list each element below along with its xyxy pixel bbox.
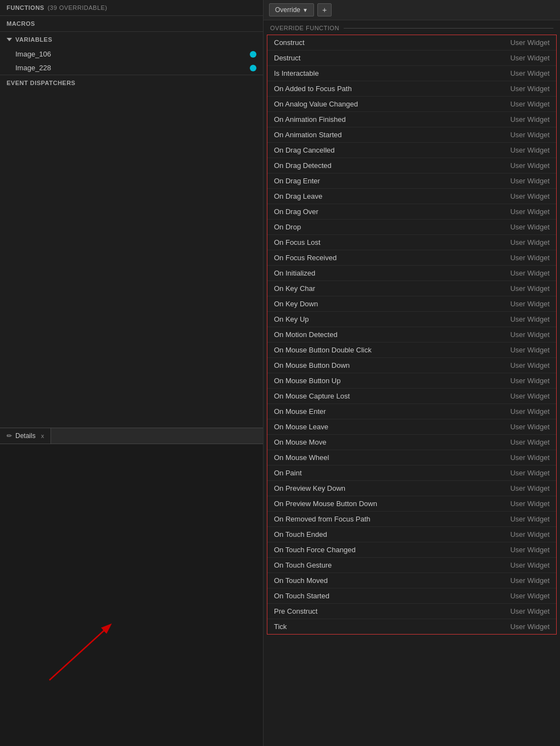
function-name: On Drag Enter <box>274 177 320 185</box>
function-name: On Initialized <box>274 269 315 277</box>
function-item[interactable]: DestructUser Widget <box>267 51 556 66</box>
svg-line-1 <box>49 625 110 680</box>
function-item[interactable]: On Mouse Capture LostUser Widget <box>267 389 556 404</box>
function-name: Pre Construct <box>274 607 317 615</box>
function-source: User Widget <box>510 392 550 400</box>
macros-section: MACROS <box>0 15 263 31</box>
function-name: On Touch Force Changed <box>274 546 356 554</box>
function-item[interactable]: On Drag OverUser Widget <box>267 204 556 220</box>
function-item[interactable]: On Mouse WheelUser Widget <box>267 450 556 465</box>
function-item[interactable]: On Motion DetectedUser Widget <box>267 327 556 343</box>
function-source: User Widget <box>510 484 550 492</box>
function-source: User Widget <box>510 115 550 124</box>
function-name: On Removed from Focus Path <box>274 515 371 523</box>
function-name: On Mouse Enter <box>274 407 326 416</box>
function-item[interactable]: On Touch MovedUser Widget <box>267 573 556 588</box>
function-item[interactable]: On Drag CancelledUser Widget <box>267 143 556 158</box>
variables-header[interactable]: VARIABLES <box>0 32 263 47</box>
function-item[interactable]: On Touch StartedUser Widget <box>267 588 556 604</box>
function-item[interactable]: On Analog Value ChangedUser Widget <box>267 97 556 112</box>
function-source: User Widget <box>510 453 550 462</box>
function-name: Construct <box>274 38 305 47</box>
override-button[interactable]: Override ▼ <box>269 3 314 16</box>
function-name: On Drag Cancelled <box>274 146 335 154</box>
function-name: On Preview Mouse Button Down <box>274 500 377 508</box>
function-name: On Key Up <box>274 315 309 323</box>
details-content <box>0 444 263 746</box>
functions-list[interactable]: ConstructUser WidgetDestructUser WidgetI… <box>267 35 557 635</box>
function-name: On Mouse Button Down <box>274 361 350 369</box>
variable-dot-image106 <box>250 51 256 58</box>
variable-item-image228[interactable]: Image_228 <box>0 61 263 75</box>
functions-section-header: FUNCTIONS (39 OVERRIDABLE) <box>0 0 263 15</box>
function-item[interactable]: On Focus ReceivedUser Widget <box>267 250 556 266</box>
macros-label: MACROS <box>7 20 35 27</box>
function-item[interactable]: On Key CharUser Widget <box>267 281 556 296</box>
function-item[interactable]: On Drag DetectedUser Widget <box>267 158 556 173</box>
function-source: User Widget <box>510 177 550 185</box>
function-source: User Widget <box>510 238 550 246</box>
variables-section: VARIABLES Image_106 Image_228 <box>0 31 263 75</box>
function-name: On Drag Leave <box>274 192 322 200</box>
function-name: On Added to Focus Path <box>274 85 352 93</box>
function-item[interactable]: TickUser Widget <box>267 619 556 634</box>
function-source: User Widget <box>510 100 550 108</box>
annotation-arrow <box>22 609 132 691</box>
function-item[interactable]: On Touch EndedUser Widget <box>267 527 556 542</box>
functions-label: FUNCTIONS <box>7 4 44 11</box>
details-close-button[interactable]: x <box>41 433 44 439</box>
function-item[interactable]: On Removed from Focus PathUser Widget <box>267 512 556 527</box>
function-source: User Widget <box>510 315 550 323</box>
function-item[interactable]: On Animation FinishedUser Widget <box>267 112 556 127</box>
details-tab-bar: ✏ Details x <box>0 428 263 444</box>
function-item[interactable]: On Preview Key DownUser Widget <box>267 481 556 496</box>
function-source: User Widget <box>510 346 550 354</box>
details-panel: ✏ Details x <box>0 428 263 746</box>
function-item[interactable]: On Key DownUser Widget <box>267 296 556 312</box>
function-name: On Mouse Leave <box>274 423 328 431</box>
details-tab[interactable]: ✏ Details x <box>0 428 51 444</box>
function-item[interactable]: On Mouse EnterUser Widget <box>267 404 556 419</box>
function-item[interactable]: On Focus LostUser Widget <box>267 235 556 250</box>
function-item[interactable]: On Added to Focus PathUser Widget <box>267 81 556 97</box>
function-item[interactable]: On Drag LeaveUser Widget <box>267 189 556 204</box>
function-item[interactable]: On Touch GestureUser Widget <box>267 558 556 573</box>
function-source: User Widget <box>510 54 550 62</box>
function-item[interactable]: Pre ConstructUser Widget <box>267 604 556 619</box>
function-item[interactable]: On Animation StartedUser Widget <box>267 127 556 143</box>
function-item[interactable]: On Mouse Button Double ClickUser Widget <box>267 343 556 358</box>
function-item[interactable]: On PaintUser Widget <box>267 465 556 481</box>
function-source: User Widget <box>510 146 550 154</box>
function-name: On Drag Detected <box>274 161 332 170</box>
function-source: User Widget <box>510 377 550 385</box>
function-item[interactable]: On Mouse Button DownUser Widget <box>267 358 556 373</box>
function-source: User Widget <box>510 515 550 523</box>
function-item[interactable]: On Key UpUser Widget <box>267 312 556 327</box>
function-item[interactable]: On Mouse LeaveUser Widget <box>267 419 556 435</box>
function-item[interactable]: ConstructUser Widget <box>267 35 556 51</box>
function-name: On Animation Finished <box>274 115 346 124</box>
function-source: User Widget <box>510 69 550 77</box>
function-item[interactable]: On DropUser Widget <box>267 220 556 235</box>
override-section-label: OVERRIDE FUNCTION <box>264 20 560 35</box>
function-item[interactable]: On Mouse Button UpUser Widget <box>267 373 556 389</box>
function-source: User Widget <box>510 546 550 554</box>
function-name: On Touch Started <box>274 592 329 600</box>
function-source: User Widget <box>510 192 550 200</box>
variable-item-image106[interactable]: Image_106 <box>0 47 263 61</box>
function-source: User Widget <box>510 407 550 416</box>
variable-name-image228: Image_228 <box>15 64 51 72</box>
function-item[interactable]: On Touch Force ChangedUser Widget <box>267 542 556 558</box>
add-function-button[interactable]: + <box>317 3 332 16</box>
variable-dot-image228 <box>250 65 256 71</box>
function-item[interactable]: On Drag EnterUser Widget <box>267 173 556 189</box>
function-name: On Key Char <box>274 284 315 293</box>
override-toolbar: Override ▼ + <box>264 0 560 20</box>
function-item[interactable]: On InitializedUser Widget <box>267 266 556 281</box>
variables-label: VARIABLES <box>15 36 52 43</box>
function-item[interactable]: On Mouse MoveUser Widget <box>267 435 556 450</box>
function-source: User Widget <box>510 576 550 585</box>
function-item[interactable]: Is InteractableUser Widget <box>267 66 556 81</box>
function-name: On Motion Detected <box>274 330 338 339</box>
function-item[interactable]: On Preview Mouse Button DownUser Widget <box>267 496 556 512</box>
